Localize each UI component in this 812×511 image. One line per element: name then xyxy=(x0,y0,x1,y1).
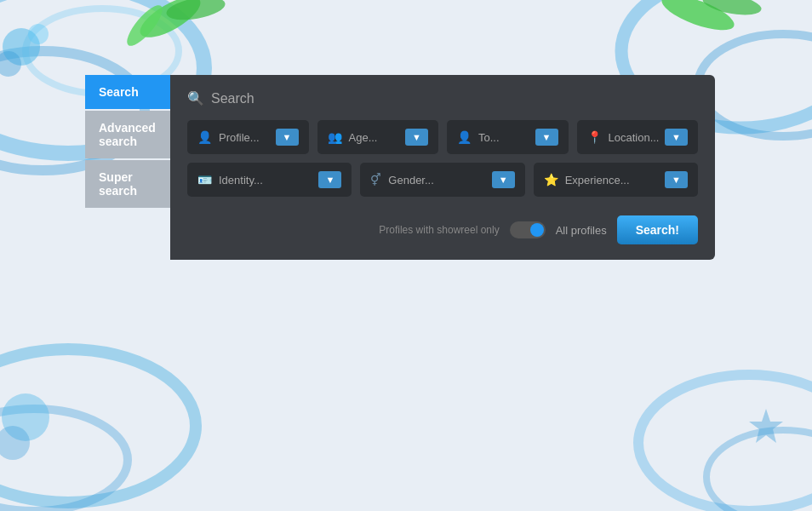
gender-arrow: ▼ xyxy=(492,171,515,188)
experience-icon: ⭐ xyxy=(544,173,558,187)
search-rows: 👤 Profile... ▼ 👥 Age... ▼ xyxy=(187,120,698,244)
svg-point-7 xyxy=(164,0,226,24)
identity-icon: 🪪 xyxy=(197,173,212,187)
search-row-2: 🪪 Identity... ▼ ⚥ Gender... ▼ xyxy=(187,163,698,197)
identity-dropdown[interactable]: 🪪 Identity... ▼ xyxy=(187,163,352,197)
svg-point-12 xyxy=(701,0,763,19)
search-bottom: Profiles with showreel only All profiles… xyxy=(187,215,698,244)
age-icon: 👥 xyxy=(328,130,342,144)
location-icon: 📍 xyxy=(587,130,602,144)
location-dropdown[interactable]: 📍 Location... ▼ xyxy=(577,120,699,154)
search-row-1: 👤 Profile... ▼ 👥 Age... ▼ xyxy=(187,120,698,154)
identity-arrow: ▼ xyxy=(318,171,341,188)
svg-point-15 xyxy=(2,393,49,441)
toggle-knob xyxy=(530,223,544,237)
profile-label: Profile... xyxy=(219,131,260,144)
svg-point-4 xyxy=(0,51,21,77)
age-dropdown[interactable]: 👥 Age... ▼ xyxy=(317,120,439,154)
search-header: 🔍 Search xyxy=(187,90,698,106)
age-label: Age... xyxy=(349,131,378,144)
svg-point-5 xyxy=(28,24,49,44)
svg-point-18 xyxy=(706,430,812,511)
profile-icon: 👤 xyxy=(197,130,212,144)
svg-point-10 xyxy=(698,34,812,136)
search-tabs: Search Advanced search Super search xyxy=(85,75,170,208)
svg-point-14 xyxy=(0,409,128,511)
to-dropdown[interactable]: 👤 To... ▼ xyxy=(447,120,569,154)
all-profiles-label: All profiles xyxy=(556,224,607,237)
experience-label: Experience... xyxy=(565,174,630,187)
svg-point-13 xyxy=(0,349,196,502)
svg-point-8 xyxy=(122,1,168,51)
search-magnifier-icon: 🔍 xyxy=(187,90,204,106)
showreel-label: Profiles with showreel only xyxy=(379,224,499,236)
svg-point-17 xyxy=(638,375,812,511)
showreel-toggle[interactable] xyxy=(510,221,546,238)
search-box: 🔍 Search 👤 Profile... ▼ 👥 xyxy=(170,75,715,260)
search-title: Search xyxy=(211,91,254,106)
profile-dropdown[interactable]: 👤 Profile... ▼ xyxy=(187,120,309,154)
tab-super-search[interactable]: Super search xyxy=(85,160,170,208)
experience-arrow: ▼ xyxy=(665,171,688,188)
identity-label: Identity... xyxy=(219,174,263,187)
location-arrow: ▼ xyxy=(665,129,688,146)
tab-search[interactable]: Search xyxy=(85,75,170,109)
profile-arrow: ▼ xyxy=(276,129,299,146)
svg-point-6 xyxy=(134,0,206,45)
svg-marker-19 xyxy=(749,409,783,443)
gender-dropdown[interactable]: ⚥ Gender... ▼ xyxy=(360,163,524,197)
search-panel: Search Advanced search Super search 🔍 Se… xyxy=(85,75,715,260)
to-arrow: ▼ xyxy=(535,129,558,146)
tab-advanced-search[interactable]: Advanced search xyxy=(85,111,170,158)
experience-dropdown[interactable]: ⭐ Experience... ▼ xyxy=(534,163,698,197)
svg-point-16 xyxy=(0,426,30,460)
gender-icon: ⚥ xyxy=(370,173,381,187)
search-button[interactable]: Search! xyxy=(617,215,698,244)
to-icon: 👤 xyxy=(457,130,472,144)
svg-point-11 xyxy=(658,0,738,37)
gender-label: Gender... xyxy=(388,174,433,187)
age-arrow: ▼ xyxy=(405,129,428,146)
to-label: To... xyxy=(478,131,500,144)
svg-point-3 xyxy=(3,28,40,66)
location-label: Location... xyxy=(609,131,660,144)
